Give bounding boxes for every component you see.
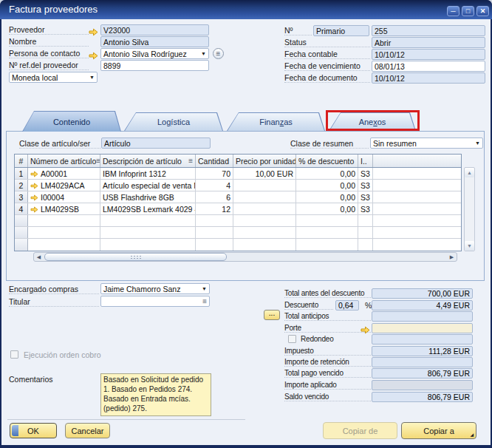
minimize-icon: ─ [451, 8, 455, 15]
table-row-empty[interactable] [15, 239, 461, 251]
retencion-field[interactable] [372, 357, 473, 367]
maximize-icon: □ [466, 8, 470, 15]
annotation-highlight-anexos [326, 110, 420, 131]
grip-icon [130, 255, 142, 259]
total-pago-field[interactable]: 806,79 EUR [372, 368, 473, 379]
numero-serie-field[interactable]: Primario [313, 25, 369, 36]
table-row[interactable]: 4 LM4029SB LM4029SB Lexmark 4029 - Placa… [15, 203, 461, 215]
table-row[interactable]: 1 A00001 IBM Infoprint 1312 70 10,00 EUR… [15, 168, 461, 180]
col-header-descripcion[interactable]: Descripción de artículo≡ [100, 155, 196, 167]
redondeo-checkbox[interactable] [288, 335, 296, 343]
ref-proveedor-field[interactable]: 8899 [100, 60, 209, 71]
default-button-indicator [12, 425, 18, 436]
clase-articulo-field[interactable]: Artículo [101, 138, 211, 149]
scroll-right-button[interactable]: ▶ [447, 253, 457, 261]
cancel-button[interactable]: Cancelar [65, 423, 110, 438]
status-field[interactable]: Abrir [372, 37, 485, 48]
scrollbar-thumb[interactable] [44, 253, 227, 261]
persona-contacto-select[interactable]: Antonio Silva Rodríguez▼ [100, 48, 209, 59]
chevron-down-icon: ▼ [475, 140, 480, 146]
link-arrow-icon[interactable] [30, 182, 38, 189]
impuesto-field[interactable]: 111,28 EUR [372, 346, 473, 356]
table-row[interactable]: 3 I00004 USB Flashdrive 8GB 6 0,00 S3 [15, 191, 461, 203]
porte-field[interactable] [372, 323, 473, 333]
descuento-row: Descuento 0,64 % 4,49 EUR [284, 300, 474, 311]
window-body: Proveedor V23000 Nombre Antonio Silva Pe… [1, 19, 491, 445]
table-horizontal-scrollbar[interactable]: ◀ ▶ [33, 252, 457, 262]
col-header-filler [373, 155, 461, 167]
fecha-documento-field[interactable]: 10/10/12 [372, 72, 485, 84]
numero-field[interactable]: 255 [372, 25, 485, 36]
fecha-vencimiento-field[interactable]: 08/01/13 [372, 61, 485, 72]
burger-icon[interactable]: ≡ [188, 157, 193, 165]
close-button[interactable]: ✕ [476, 6, 489, 16]
link-arrow-icon[interactable] [89, 50, 98, 58]
nombre-field[interactable]: Antonio Silva [100, 36, 209, 47]
clase-articulo-label: Clase de artículo/ser [19, 139, 100, 149]
fecha-contable-field[interactable]: 10/10/12 [372, 49, 485, 60]
redondeo-field[interactable] [372, 334, 473, 345]
factura-proveedores-window: Factura proveedores ─ □ ✕ Proveedor V230… [0, 0, 492, 448]
tab-finanzas[interactable]: Finanzas [227, 112, 325, 131]
saldo-row: Saldo vencido 806,79 EUR [284, 392, 474, 403]
scroll-left-icon: ◀ [37, 254, 41, 260]
persona-contacto-list-button[interactable]: ≡ [213, 48, 224, 59]
total-pago-row: Total pago vencido 806,79 EUR [284, 368, 474, 379]
fecha-documento-label: Fecha de documento [284, 73, 370, 83]
link-arrow-icon[interactable] [30, 194, 38, 200]
retencion-label: Importe de retención [284, 358, 371, 367]
ejecucion-label: Ejecución orden cobro [24, 350, 100, 360]
minimize-button[interactable]: ─ [447, 6, 459, 16]
scroll-up-button[interactable]: ▲ [465, 168, 474, 177]
total-antes-field[interactable]: 700,00 EUR [372, 288, 473, 299]
table-row-empty[interactable] [15, 227, 461, 239]
clase-resumen-select[interactable]: Sin resumen▼ [370, 138, 483, 149]
impuesto-label: Impuesto [284, 347, 371, 356]
persona-contacto-label: Persona de contacto [9, 49, 89, 58]
encargado-select[interactable]: Jaime Chamorro Sanz▼ [100, 283, 210, 294]
status-label: Status [284, 38, 370, 47]
anticipos-browse-button[interactable]: ... [264, 310, 280, 320]
importe-aplicado-field[interactable] [372, 380, 473, 390]
chevron-down-icon: ▼ [89, 75, 95, 80]
scroll-up-icon: ▲ [467, 170, 472, 175]
col-header-descuento[interactable]: % de descuento [296, 155, 358, 167]
table-row-empty[interactable] [15, 215, 461, 227]
copy-from-button[interactable]: Copiar de [323, 422, 397, 439]
saldo-field[interactable]: 806,79 EUR [372, 392, 473, 402]
chevron-down-icon: ▼ [202, 286, 207, 291]
descuento-field[interactable]: 4,49 EUR [372, 300, 473, 310]
table-vertical-scrollbar[interactable]: ▲ ▼ [464, 167, 475, 251]
proveedor-field[interactable]: V23000 [100, 24, 209, 35]
scroll-down-button[interactable]: ▼ [465, 241, 474, 251]
titular-field[interactable]: ≡ [100, 296, 210, 307]
link-arrow-icon[interactable] [89, 26, 98, 34]
descuento-rate-field[interactable]: 0,64 [335, 300, 359, 310]
titlebar[interactable]: Factura proveedores ─ □ ✕ [0, 0, 492, 19]
scroll-left-button[interactable]: ◀ [34, 253, 44, 261]
link-arrow-icon[interactable] [30, 170, 38, 177]
col-header-impuesto[interactable]: I.. [358, 155, 373, 167]
titular-label: Titular [9, 297, 99, 307]
col-header-articulo[interactable]: Número de artículo≡ [28, 155, 100, 167]
tab-logistica[interactable]: Logística [124, 112, 223, 131]
items-table: # Número de artículo≡ Descripción de art… [14, 154, 462, 251]
copy-to-button[interactable]: Copiar a ◢ [401, 422, 476, 439]
numero-label: Nº [284, 26, 312, 35]
col-header-num[interactable]: # [15, 155, 28, 167]
col-header-cantidad[interactable]: Cantidad [196, 155, 233, 167]
col-header-precio[interactable]: Precio por unidad [233, 155, 296, 167]
comentarios-textarea[interactable]: Basado en Solicitud de pedido 1. Basado … [100, 373, 211, 416]
ok-button[interactable]: OK [10, 423, 57, 438]
table-row[interactable]: 2 LM4029ACA Artículo especial de venta M… [15, 180, 461, 191]
ejecucion-checkbox[interactable] [10, 350, 18, 359]
maximize-button[interactable]: □ [462, 6, 474, 16]
tab-contenido[interactable]: Contenido [22, 111, 121, 132]
table-header-row: # Número de artículo≡ Descripción de art… [15, 155, 461, 168]
anticipos-field[interactable] [372, 311, 473, 322]
total-pago-label: Total pago vencido [284, 369, 371, 378]
link-arrow-icon[interactable] [30, 206, 38, 212]
link-arrow-icon[interactable] [361, 324, 370, 332]
menu-corner-icon: ◢ [470, 432, 474, 437]
moneda-select[interactable]: Moneda local▼ [9, 72, 98, 83]
